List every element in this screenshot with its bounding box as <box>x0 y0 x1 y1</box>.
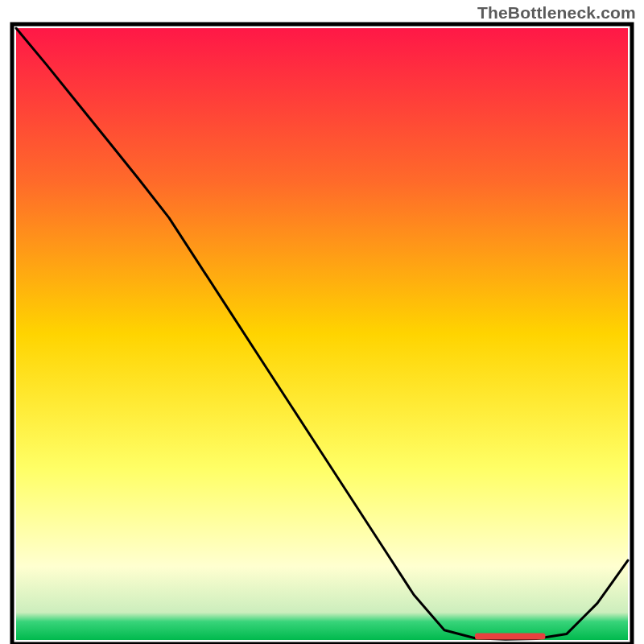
bottleneck-chart <box>0 0 644 644</box>
optimal-marker <box>475 633 545 639</box>
plot-background <box>16 28 628 640</box>
chart-root: TheBottleneck.com <box>0 0 644 644</box>
